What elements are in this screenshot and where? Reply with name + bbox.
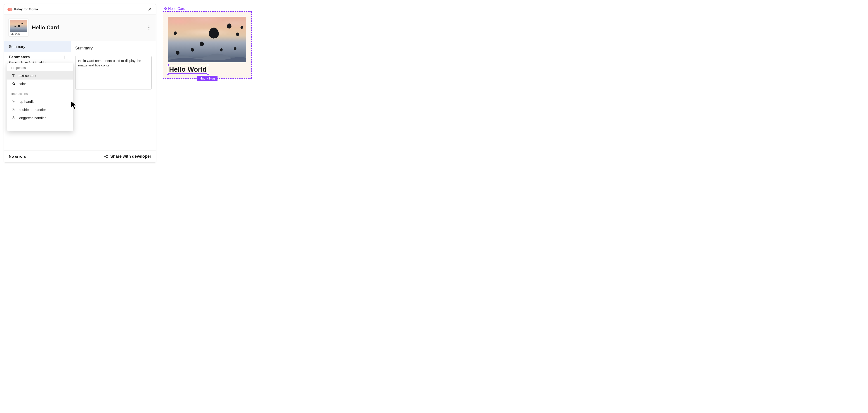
svg-rect-4	[165, 7, 166, 8]
plus-icon	[62, 55, 66, 59]
share-button-label: Share with developer	[110, 154, 151, 159]
parameters-title: Parameters	[9, 55, 30, 59]
share-with-developer-button[interactable]: Share with developer	[104, 154, 151, 159]
sidebar-section-parameters: Parameters	[4, 52, 71, 61]
footer-status: No errors	[9, 154, 26, 159]
close-icon	[148, 7, 152, 11]
svg-point-0	[14, 84, 15, 85]
panel-titlebar: Relay for Figma	[4, 4, 156, 14]
dropdown-item-doubletap-handler[interactable]: doubletap-handler	[7, 105, 73, 114]
component-thumbnail: Hello World	[8, 19, 29, 37]
plugin-panel: Relay for Figma Hello World Hello Card S…	[4, 4, 156, 163]
sidebar: Summary Parameters Select a layer first …	[4, 41, 71, 150]
thumbnail-image	[10, 20, 27, 32]
svg-point-2	[106, 155, 107, 156]
kebab-dot-icon	[149, 26, 149, 26]
dropdown-item-longpress-handler[interactable]: longpress-handler	[7, 114, 73, 122]
text-icon	[11, 73, 16, 77]
dropdown-group-label: Properties	[7, 63, 73, 71]
summary-textarea[interactable]	[75, 56, 152, 90]
sidebar-item-label: Summary	[9, 44, 25, 49]
figma-canvas[interactable]: Hello Card Hello World	[163, 7, 252, 78]
dropdown-group-label: Interactions	[7, 89, 73, 97]
tap-icon	[11, 99, 16, 103]
svg-rect-5	[165, 9, 166, 10]
fill-icon	[11, 82, 16, 86]
dropdown-item-text-content[interactable]: text-content	[7, 71, 73, 80]
panel-footer: No errors Share with developer	[4, 150, 156, 162]
component-label[interactable]: Hello Card	[164, 7, 252, 11]
dropdown-item-tap-handler[interactable]: tap-handler	[7, 97, 73, 105]
dropdown-item-label: tap-handler	[19, 100, 36, 103]
kebab-dot-icon	[149, 29, 149, 30]
overflow-menu-button[interactable]	[146, 25, 152, 30]
component-icon	[164, 7, 167, 10]
content-area: Summary	[71, 41, 156, 150]
dropdown-item-color[interactable]: color	[7, 80, 73, 88]
kebab-dot-icon	[149, 27, 149, 28]
component-title: Hello Card	[32, 24, 59, 31]
content-title: Summary	[75, 46, 152, 51]
plugin-logo-icon	[7, 8, 12, 11]
svg-point-1	[105, 156, 105, 157]
svg-point-3	[106, 157, 107, 158]
share-icon	[104, 155, 108, 159]
card-image[interactable]	[168, 17, 246, 62]
dropdown-item-label: color	[19, 82, 26, 86]
svg-rect-7	[166, 8, 167, 9]
selected-text-node[interactable]: Hello World	[168, 65, 208, 73]
component-frame[interactable]: Hello World Hug × Hug	[163, 11, 252, 78]
close-button[interactable]	[147, 6, 153, 12]
dropdown-item-label: text-content	[19, 74, 36, 77]
sidebar-item-summary[interactable]: Summary	[4, 41, 71, 52]
autolayout-size-pill: Hug × Hug	[197, 76, 217, 81]
component-label-text: Hello Card	[168, 7, 185, 11]
svg-rect-6	[164, 8, 165, 9]
tap-icon	[11, 107, 16, 112]
plugin-title: Relay for Figma	[14, 7, 38, 11]
tap-icon	[11, 116, 16, 120]
panel-header: Hello World Hello Card	[4, 14, 156, 41]
panel-body: Summary Parameters Select a layer first …	[4, 41, 156, 150]
thumbnail-caption: Hello World	[10, 33, 27, 35]
add-parameter-dropdown: Properties text-content color Interactio…	[7, 63, 73, 131]
add-parameter-button[interactable]	[62, 55, 66, 59]
dropdown-item-label: doubletap-handler	[19, 108, 46, 112]
dropdown-item-label: longpress-handler	[19, 116, 46, 120]
card-title-text[interactable]: Hello World	[168, 65, 208, 73]
